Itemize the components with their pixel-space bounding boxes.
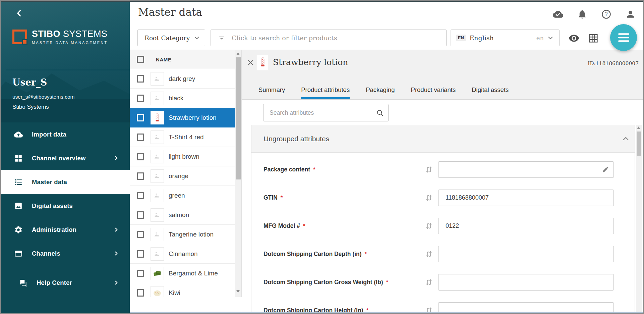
list-item[interactable]: salmon	[130, 205, 235, 225]
panel-scrollbar[interactable]	[636, 125, 642, 312]
product-name: dark grey	[169, 75, 195, 83]
product-thumbnail	[151, 72, 164, 86]
list-item[interactable]: dark grey	[130, 69, 235, 89]
swap-arrows-icon[interactable]	[424, 250, 433, 259]
main-menu-button[interactable]	[610, 24, 637, 51]
row-checkbox[interactable]	[137, 211, 144, 219]
tab-summary[interactable]: Summary	[258, 86, 285, 99]
attribute-search-input[interactable]	[270, 109, 376, 116]
list-item[interactable]: Bergamot & Lime	[130, 264, 235, 283]
detail-panel-header: Strawberry lotion ID:1181868800007 Summa…	[242, 50, 644, 100]
attribute-search-box[interactable]	[263, 104, 389, 121]
language-selector[interactable]: EN English en	[451, 30, 560, 46]
list-item[interactable]: T-Shirt 4 red	[130, 127, 235, 147]
product-id-label: ID:1181868800007	[588, 60, 639, 66]
list-item[interactable]: black	[130, 89, 235, 108]
category-dropdown[interactable]: Root Category	[137, 30, 205, 46]
product-image	[153, 289, 162, 297]
notifications-bell-icon[interactable]	[577, 9, 587, 19]
row-checkbox[interactable]	[137, 95, 144, 102]
required-asterisk: *	[313, 166, 315, 172]
product-name: Tangerine lotion	[169, 231, 214, 238]
list-item[interactable]: light brown	[130, 147, 235, 166]
chevron-up-icon[interactable]	[622, 135, 630, 143]
collapse-sidebar-button[interactable]	[15, 9, 24, 18]
category-dropdown-label: Root Category	[144, 35, 193, 42]
help-icon[interactable]: ?	[601, 9, 611, 19]
sidebar-item-master-data[interactable]: Master data	[0, 170, 130, 194]
sidebar-item-label: Master data	[32, 178, 67, 186]
sidebar-item-channel-overview[interactable]: Channel overview	[0, 146, 130, 170]
row-checkbox[interactable]	[137, 172, 144, 180]
image-placeholder-icon	[153, 74, 162, 83]
tab-digital-assets[interactable]: Digital assets	[472, 86, 509, 99]
product-search-input[interactable]	[232, 34, 442, 42]
row-checkbox[interactable]	[137, 114, 144, 121]
attribute-input[interactable]: 0122	[438, 218, 614, 234]
list-item[interactable]: Kiwi	[130, 283, 235, 297]
sidebar-item-label: Channels	[32, 250, 60, 257]
required-asterisk: *	[386, 279, 388, 285]
scroll-down-arrow[interactable]	[236, 290, 240, 293]
row-checkbox[interactable]	[137, 153, 144, 160]
scroll-thumb[interactable]	[637, 132, 641, 156]
sidebar-item-administration[interactable]: Administration	[0, 218, 130, 242]
image-placeholder-icon	[153, 191, 162, 200]
swap-arrows-icon[interactable]	[424, 193, 433, 202]
attributes-section-header[interactable]: Ungrouped attributes	[251, 125, 635, 153]
list-item[interactable]: Tangerine lotion	[130, 225, 235, 244]
tab-packaging[interactable]: Packaging	[366, 86, 395, 99]
attribute-input[interactable]	[438, 246, 614, 262]
attribute-input[interactable]	[438, 274, 614, 291]
list-scrollbar[interactable]	[235, 50, 242, 297]
product-thumbnail	[151, 286, 164, 297]
swap-arrows-icon[interactable]	[424, 278, 433, 287]
preview-eye-icon[interactable]	[568, 32, 580, 44]
grid-view-icon[interactable]	[588, 33, 599, 44]
tab-product-variants[interactable]: Product variants	[411, 86, 456, 99]
attribute-input[interactable]	[438, 161, 614, 178]
sidebar-item-help-center[interactable]: Help Center	[0, 271, 130, 295]
user-profile-icon[interactable]	[625, 9, 636, 19]
list-item[interactable]: Cinnamon	[130, 244, 235, 264]
select-all-checkbox[interactable]	[137, 56, 144, 63]
row-checkbox[interactable]	[137, 250, 144, 258]
row-checkbox[interactable]	[137, 289, 144, 297]
image-icon	[14, 202, 23, 210]
close-icon[interactable]	[247, 59, 254, 66]
row-checkbox[interactable]	[137, 231, 144, 238]
swap-arrows-icon[interactable]	[424, 221, 433, 230]
product-rows: dark grey black Strawberry lotion T-Shir…	[130, 69, 235, 297]
product-thumbnail	[151, 169, 164, 183]
attribute-input[interactable]: 1181868800007	[438, 190, 614, 206]
tab-product-attributes[interactable]: Product attributes	[301, 86, 350, 99]
sidebar-item-digital-assets[interactable]: Digital assets	[0, 194, 130, 218]
attribute-label: Dotcom Shipping Carton Height (in)*	[264, 307, 424, 312]
row-checkbox[interactable]	[137, 134, 144, 141]
list-item[interactable]: green	[130, 186, 235, 205]
required-asterisk: *	[281, 195, 283, 201]
scroll-up-arrow[interactable]	[637, 126, 640, 129]
edit-pencil-icon[interactable]	[602, 166, 609, 173]
scroll-up-arrow[interactable]	[236, 52, 240, 55]
detail-product-title: Strawberry lotion	[273, 57, 348, 67]
product-name: Bergamot & Lime	[169, 270, 218, 277]
sidebar-item-channels[interactable]: Channels	[0, 242, 130, 265]
cloud-sync-check-icon[interactable]	[553, 9, 563, 19]
list-item[interactable]: orange	[130, 166, 235, 186]
row-checkbox[interactable]	[137, 75, 144, 83]
language-label: English	[469, 34, 536, 42]
swap-arrows-icon[interactable]	[424, 165, 433, 174]
attribute-input[interactable]	[438, 302, 614, 312]
cloud-upload-icon	[14, 130, 23, 139]
list-item[interactable]: Strawberry lotion	[130, 108, 235, 127]
sidebar-item-import-data[interactable]: Import data	[0, 122, 130, 146]
swap-arrows-icon[interactable]	[424, 306, 433, 312]
row-checkbox[interactable]	[137, 192, 144, 199]
product-search-box[interactable]	[211, 30, 447, 46]
row-checkbox[interactable]	[137, 270, 144, 277]
scroll-thumb[interactable]	[236, 57, 241, 179]
product-thumbnail	[151, 92, 164, 105]
search-icon	[376, 109, 384, 117]
language-badge: EN	[456, 35, 466, 41]
